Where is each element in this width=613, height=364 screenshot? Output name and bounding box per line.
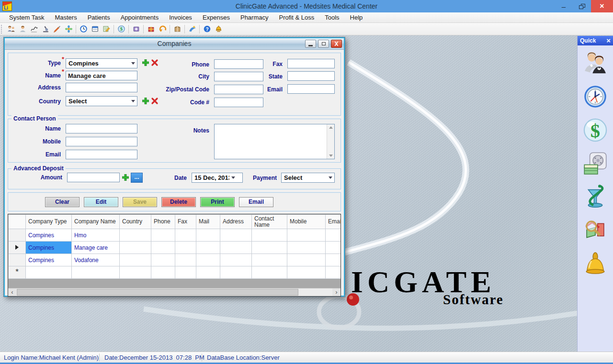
type-select[interactable]: Compines <box>66 58 137 68</box>
contact-mobile-field[interactable] <box>66 137 137 146</box>
medical-kit-icon[interactable] <box>63 24 74 34</box>
notes-scrollbar[interactable] <box>327 124 334 159</box>
grid-column-header-company-type[interactable]: Company Type <box>26 215 72 229</box>
grid-column-header-address[interactable]: Address <box>220 215 252 229</box>
calendar-icon[interactable] <box>89 24 101 34</box>
clear-button[interactable]: Clear <box>45 197 79 207</box>
grid-cell[interactable] <box>252 242 287 254</box>
microscope-icon[interactable] <box>40 24 51 34</box>
grid-cell[interactable] <box>220 242 252 254</box>
quick-cash-safe-icon[interactable] <box>582 151 608 176</box>
grid-cell[interactable] <box>326 229 341 242</box>
grid-cell[interactable]: Vodafone <box>72 254 120 266</box>
grid-column-header-country[interactable]: Country <box>120 215 151 229</box>
grid-cell[interactable] <box>72 266 120 279</box>
grid-cell[interactable]: Compines <box>26 242 72 254</box>
dialog-close-button[interactable]: X <box>331 40 342 48</box>
contact-email-field[interactable] <box>66 150 137 159</box>
delete-button[interactable]: Delete <box>161 197 196 207</box>
date-select[interactable]: 15 Dec, 2013 <box>192 173 243 183</box>
menu-item-expenses[interactable]: Expenses <box>197 12 235 22</box>
grid-column-header-company-name[interactable]: Company Name <box>72 215 120 229</box>
patient-icon[interactable] <box>17 24 28 34</box>
grid-cell[interactable] <box>252 266 287 279</box>
grid-cell[interactable] <box>220 254 252 266</box>
grid-cell[interactable] <box>252 229 287 242</box>
email-button[interactable]: Email <box>239 197 273 207</box>
code-field[interactable] <box>214 98 263 107</box>
billing-note-icon[interactable] <box>101 24 112 34</box>
grid-cell[interactable] <box>175 266 196 279</box>
edit-button[interactable]: Edit <box>84 197 118 207</box>
browse-button[interactable]: ... <box>131 173 143 183</box>
grid-cell[interactable] <box>175 242 196 254</box>
grid-cell[interactable] <box>326 266 341 279</box>
menu-item-invoices[interactable]: Invoices <box>164 12 197 22</box>
grid-column-header-contact-name[interactable]: Contact Name <box>252 215 287 229</box>
menu-item-patients[interactable]: Patients <box>82 12 115 22</box>
print-button[interactable]: Print <box>200 197 235 207</box>
menu-item-masters[interactable]: Masters <box>49 12 82 22</box>
grid-cell[interactable] <box>287 242 326 254</box>
grid-cell[interactable] <box>175 254 196 266</box>
grid-column-header[interactable] <box>9 215 26 229</box>
menu-item-system-task[interactable]: System Task <box>4 12 49 22</box>
quick-appointments-icon[interactable] <box>582 84 608 110</box>
grid-column-header-mobile[interactable]: Mobile <box>287 215 326 229</box>
grid-cell[interactable] <box>287 229 326 242</box>
menu-item-appointments[interactable]: Appointments <box>115 12 164 22</box>
quick-patients-icon[interactable] <box>582 50 608 76</box>
grid-cell[interactable] <box>120 242 151 254</box>
save-button[interactable]: Save <box>123 197 157 207</box>
restore-button[interactable] <box>573 0 591 12</box>
table-row[interactable]: CompinesVodafone <box>9 254 341 266</box>
grid-column-header-mail[interactable]: Mail <box>196 215 220 229</box>
row-selector[interactable] <box>9 229 26 242</box>
quick-pharmacy-icon[interactable] <box>582 184 608 210</box>
grid-cell[interactable] <box>120 229 151 242</box>
patients-group-icon[interactable] <box>5 24 17 34</box>
grid-cell[interactable] <box>26 266 72 279</box>
grid-cell[interactable] <box>220 266 252 279</box>
address-field[interactable] <box>66 83 137 92</box>
table-row[interactable]: CompinesManage care <box>9 242 341 254</box>
help-icon[interactable]: ? <box>201 24 213 34</box>
country-select[interactable]: Select <box>66 96 137 106</box>
minimize-button[interactable]: – <box>555 0 573 12</box>
row-selector[interactable] <box>9 254 26 266</box>
gift-box-icon[interactable] <box>145 24 157 34</box>
grid-cell[interactable] <box>151 254 175 266</box>
close-button[interactable]: × <box>591 0 613 12</box>
new-row[interactable]: * <box>9 266 341 279</box>
grid-cell[interactable] <box>196 242 220 254</box>
menu-item-tools[interactable]: Tools <box>319 12 344 22</box>
grid-cell[interactable] <box>220 229 252 242</box>
medicine-box-icon[interactable] <box>130 24 142 34</box>
undo-arrow-icon[interactable] <box>157 24 168 34</box>
grid-cell[interactable] <box>196 266 220 279</box>
quick-panel-close-icon[interactable]: × <box>606 37 611 44</box>
grid-horizontal-scrollbar[interactable]: ‹ › <box>8 288 341 296</box>
grid-cell[interactable]: Hmo <box>72 229 120 242</box>
grid-cell[interactable] <box>151 242 175 254</box>
grid-cell[interactable] <box>175 229 196 242</box>
menu-item-profit-loss[interactable]: Profit & Loss <box>274 12 320 22</box>
table-row[interactable]: CompinesHmo <box>9 229 341 242</box>
injection-icon[interactable] <box>51 24 63 34</box>
grid-cell[interactable] <box>252 254 287 266</box>
quick-reports-icon[interactable] <box>582 218 608 243</box>
add-amount-icon[interactable] <box>122 174 129 181</box>
grid-cell[interactable] <box>287 254 326 266</box>
contact-name-field[interactable] <box>66 124 137 133</box>
grid-cell[interactable]: Compines <box>26 254 72 266</box>
grid-cell[interactable] <box>326 242 341 254</box>
grid-cell[interactable] <box>196 229 220 242</box>
scroll-left-icon[interactable]: ‹ <box>8 288 16 296</box>
grid-cell[interactable]: Manage care <box>72 242 120 254</box>
notes-field[interactable] <box>214 124 335 159</box>
menu-item-pharmacy[interactable]: Pharmacy <box>235 12 274 22</box>
grid-column-header-phone[interactable]: Phone <box>151 215 175 229</box>
grid-column-header-fax[interactable]: Fax <box>175 215 196 229</box>
amount-field[interactable] <box>67 173 120 182</box>
grid-cell[interactable]: Compines <box>26 229 72 242</box>
